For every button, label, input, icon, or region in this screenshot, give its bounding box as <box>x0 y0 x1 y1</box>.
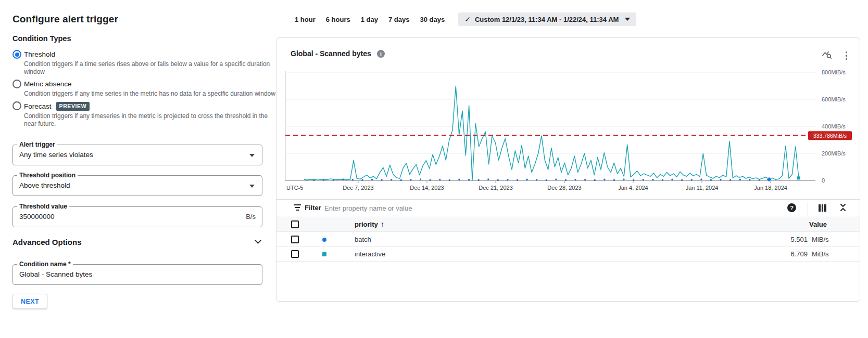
svg-text:Dec 14, 2023: Dec 14, 2023 <box>410 185 444 191</box>
time-option-1-hour[interactable]: 1 hour <box>295 16 316 23</box>
check-icon: ✓ <box>464 15 471 23</box>
time-range-selector: 1 hour 6 hours 1 day 7 days 30 days ✓ Cu… <box>295 12 636 26</box>
metric-chart-card: Global - Scanned bytes i 800MiB/s600MiB/… <box>276 37 860 302</box>
option-description: Condition triggers if any time series in… <box>24 90 284 98</box>
help-icon[interactable]: ? <box>787 203 796 212</box>
option-description: Condition triggers if any timeseries in … <box>24 112 269 127</box>
radio-selected-icon[interactable] <box>12 50 21 59</box>
page-title: Configure alert trigger <box>12 14 118 25</box>
field-value: Above threshold <box>19 176 70 196</box>
table-row[interactable]: batch 5.501 MiB/s <box>276 232 860 247</box>
time-option-1-day[interactable]: 1 day <box>361 16 378 23</box>
filter-label: Filter <box>305 204 321 212</box>
svg-text:Jan 11, 2024: Jan 11, 2024 <box>686 185 719 191</box>
chevron-down-icon <box>625 18 630 21</box>
series-value: 5.501 <box>276 236 808 243</box>
column-display-icon[interactable] <box>819 204 826 212</box>
next-button[interactable]: NEXT <box>12 294 47 309</box>
divider <box>808 202 808 215</box>
svg-text:400MiB/s: 400MiB/s <box>822 123 846 129</box>
advanced-options-toggle[interactable]: Advanced Options <box>12 238 262 247</box>
option-label[interactable]: Threshold <box>24 50 55 58</box>
column-header-value[interactable]: Value <box>276 220 827 228</box>
svg-text:0: 0 <box>822 177 825 184</box>
svg-text:Dec 7, 2023: Dec 7, 2023 <box>343 185 373 191</box>
chart-title: Global - Scanned bytes <box>291 49 371 58</box>
explore-data-icon[interactable] <box>822 49 832 62</box>
svg-text:Jan 4, 2024: Jan 4, 2024 <box>618 185 648 191</box>
radio-icon[interactable] <box>12 101 21 110</box>
svg-text:333.786MiB/s: 333.786MiB/s <box>813 133 847 139</box>
radio-icon[interactable] <box>12 80 21 88</box>
timeseries-chart: 800MiB/s600MiB/s400MiB/s200MiB/s0Dec 7, … <box>285 71 858 198</box>
svg-text:Jan 18, 2024: Jan 18, 2024 <box>754 185 787 191</box>
configure-alert-panel: Configure alert trigger Condition Types … <box>12 0 263 338</box>
time-option-7-days[interactable]: 7 days <box>388 16 409 23</box>
option-label[interactable]: Metric absence <box>24 80 72 88</box>
collapse-icon[interactable] <box>839 202 847 215</box>
option-label[interactable]: ForecastPREVIEW <box>24 102 90 111</box>
field-unit: B/s <box>246 207 256 227</box>
series-unit: MiB/s <box>812 250 829 258</box>
filter-bar: Filter ? <box>276 199 860 216</box>
series-value: 6.709 <box>276 250 808 258</box>
filter-icon <box>294 204 301 211</box>
field-value[interactable]: 350000000 <box>19 207 55 227</box>
threshold-value-input[interactable]: Threshold value 350000000 B/s <box>12 206 262 227</box>
field-value[interactable]: Global - Scanned bytes <box>19 265 92 284</box>
svg-text:UTC-5: UTC-5 <box>286 185 303 191</box>
svg-text:800MiB/s: 800MiB/s <box>822 69 846 75</box>
svg-text:200MiB/s: 200MiB/s <box>822 150 846 157</box>
more-options-icon[interactable] <box>846 51 848 60</box>
preview-badge: PREVIEW <box>56 102 90 111</box>
chart-header: Global - Scanned bytes i <box>291 49 385 58</box>
svg-text:Dec 21, 2023: Dec 21, 2023 <box>479 185 512 191</box>
series-unit: MiB/s <box>812 236 829 243</box>
threshold-position-select[interactable]: Threshold position Above threshold <box>12 175 262 196</box>
alert-trigger-select[interactable]: Alert trigger Any time series violates <box>12 145 262 165</box>
chevron-down-icon[interactable] <box>255 237 261 244</box>
time-option-6-hours[interactable]: 6 hours <box>326 16 350 23</box>
table-row[interactable]: interactive 6.709 MiB/s <box>276 247 860 262</box>
field-value: Any time series violates <box>19 145 93 165</box>
filter-input[interactable] <box>324 202 731 214</box>
custom-time-range-chip[interactable]: ✓ Custom 12/1/23, 11:34 AM - 1/22/24, 11… <box>458 12 636 26</box>
info-icon[interactable]: i <box>377 50 385 58</box>
option-description: Condition triggers if a time series rise… <box>24 60 271 75</box>
condition-types-heading: Condition Types <box>12 34 71 43</box>
svg-text:600MiB/s: 600MiB/s <box>822 96 846 102</box>
chevron-down-icon[interactable] <box>249 154 255 157</box>
chevron-down-icon[interactable] <box>249 185 255 188</box>
table-header-row: priority ↑ Value <box>276 217 860 232</box>
time-option-30-days[interactable]: 30 days <box>420 16 445 23</box>
condition-name-input[interactable]: Condition name * Global - Scanned bytes <box>12 264 262 285</box>
svg-text:Dec 28, 2023: Dec 28, 2023 <box>547 185 581 191</box>
